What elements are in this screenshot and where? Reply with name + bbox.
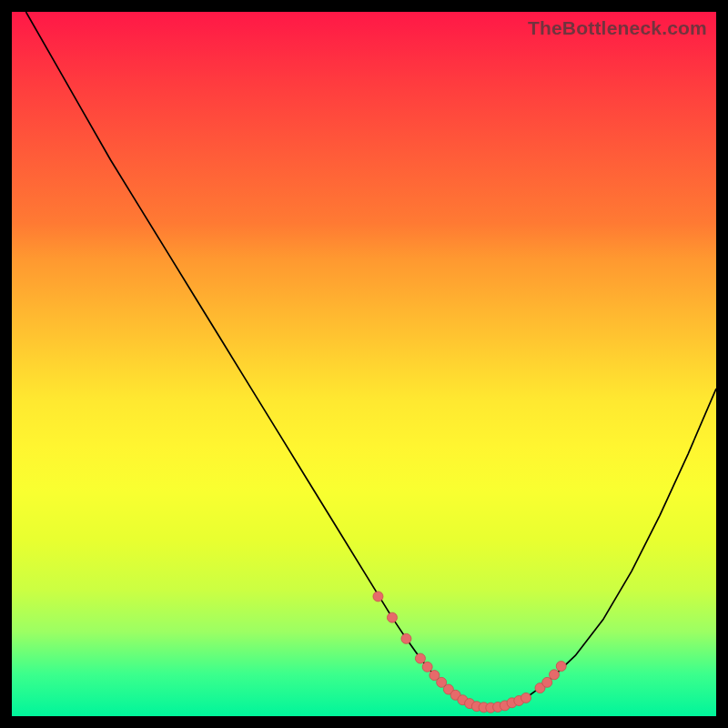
chart-container: TheBottleneck.com [0, 0, 728, 728]
curve-line [25, 12, 716, 708]
data-dot [549, 670, 559, 680]
data-dot [387, 612, 397, 622]
data-dots [373, 592, 566, 713]
data-dot [422, 662, 432, 672]
data-dot [542, 677, 552, 687]
data-dot [521, 693, 531, 703]
data-dot [556, 662, 566, 672]
chart-svg [12, 12, 716, 716]
data-dot [373, 592, 383, 602]
data-dot [401, 633, 411, 643]
data-dot [415, 653, 425, 663]
plot-area: TheBottleneck.com [12, 12, 716, 716]
